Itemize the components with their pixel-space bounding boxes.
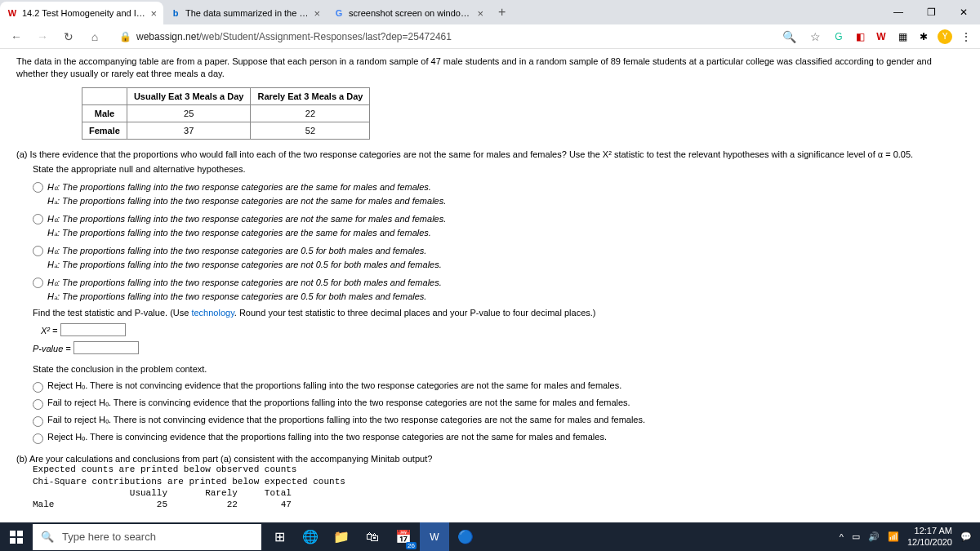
radio-input[interactable]	[33, 214, 43, 224]
technology-link[interactable]: technology	[191, 308, 234, 318]
tab-1[interactable]: W 14.2 Test Homogeneity and Indp ×	[0, 2, 163, 24]
x2-input[interactable]	[60, 323, 126, 336]
conclusion-prompt: State the conclusion in the problem cont…	[33, 362, 964, 376]
concl-option-3[interactable]: Fail to reject H₀. There is not convinci…	[33, 415, 964, 427]
question-text: Is there evidence that the proportions w…	[30, 149, 914, 159]
url-path: /web/Student/Assignment-Responses/last?d…	[199, 31, 452, 42]
ext-icon[interactable]: ◧	[853, 29, 867, 44]
lock-icon: 🔒	[119, 31, 131, 42]
problem-intro: The data in the accompanying table are f…	[16, 56, 964, 81]
maximize-icon[interactable]: ❐	[915, 0, 947, 24]
extensions: G ◧ W ▦ ✱ Y ⋮	[831, 29, 973, 44]
tab-favicon: W	[7, 7, 18, 19]
wifi-icon[interactable]: 📶	[888, 531, 899, 542]
calendar-icon[interactable]: 📅26	[389, 522, 418, 551]
tab-3[interactable]: G screenshot screen on windows - ×	[327, 2, 490, 24]
browser-titlebar: W 14.2 Test Homogeneity and Indp × b The…	[0, 0, 980, 24]
tray-chevron-icon[interactable]: ^	[840, 532, 844, 542]
tab-favicon: b	[170, 7, 181, 19]
reload-button[interactable]: ↻	[59, 27, 78, 47]
cell: 22	[251, 104, 370, 122]
part-b: (b) Are your calculations and conclusion…	[16, 454, 964, 508]
radio-input[interactable]	[33, 382, 43, 393]
radio-input[interactable]	[33, 182, 43, 193]
part-a: (a) Is there evidence that the proportio…	[16, 149, 964, 445]
new-tab-button[interactable]: +	[490, 5, 514, 20]
word-icon[interactable]: W	[420, 522, 449, 551]
hyp-option-1[interactable]: H₀: The proportions falling into the two…	[33, 180, 964, 207]
taskbar-search[interactable]: 🔍Type here to search	[33, 524, 261, 550]
pvalue-input-row: P-value =	[33, 341, 964, 354]
x2-input-row: X² =	[41, 323, 964, 336]
hyp-option-3[interactable]: H₀: The proportions falling into the two…	[33, 244, 964, 271]
state-hyp: State the appropriate null and alternati…	[33, 162, 964, 176]
chrome-icon[interactable]: 🔵	[451, 522, 480, 551]
row-header: Male	[82, 104, 127, 122]
puzzle-icon[interactable]: ✱	[916, 29, 931, 44]
radio-input[interactable]	[33, 246, 43, 256]
row-header: Female	[82, 122, 127, 139]
close-icon[interactable]: ×	[314, 7, 320, 20]
close-icon[interactable]: ×	[477, 7, 483, 20]
grammarly-icon[interactable]: G	[831, 29, 846, 44]
tab-title: screenshot screen on windows -	[349, 8, 473, 18]
edge-icon[interactable]: 🌐	[296, 522, 325, 551]
tab-2[interactable]: b The data summarized in the acco ×	[163, 2, 327, 24]
radio-input[interactable]	[33, 399, 43, 410]
window-controls: — ❐ ✕	[882, 0, 980, 24]
store-icon[interactable]: 🛍	[358, 522, 387, 551]
concl-option-2[interactable]: Fail to reject H₀. There is convincing e…	[33, 398, 964, 410]
hyp-option-2[interactable]: H₀: The proportions falling into the two…	[33, 212, 964, 239]
home-button[interactable]: ⌂	[85, 27, 105, 47]
task-icons: ⊞ 🌐 📁 🛍 📅26 W 🔵	[265, 522, 480, 551]
radio-input[interactable]	[33, 278, 43, 288]
cell: 25	[127, 104, 251, 122]
svg-rect-1	[17, 531, 23, 536]
back-button[interactable]: ←	[7, 27, 26, 47]
col-header: Rarely Eat 3 Meals a Day	[251, 87, 370, 104]
system-tray: ^ ▭ 🔊 📶 12:17 AM 12/10/2020 💬	[840, 526, 980, 547]
zoom-icon[interactable]: 🔍	[779, 27, 799, 47]
ext-icon[interactable]: W	[874, 29, 889, 44]
start-button[interactable]	[0, 531, 33, 544]
clock[interactable]: 12:17 AM 12/10/2020	[907, 526, 952, 547]
hyp-option-4[interactable]: H₀: The proportions falling into the two…	[33, 276, 964, 303]
battery-icon[interactable]: ▭	[852, 531, 860, 542]
star-icon[interactable]: ☆	[805, 27, 825, 47]
concl-option-4[interactable]: Reject H₀. There is convincing evidence …	[33, 432, 964, 444]
radio-input[interactable]	[33, 433, 43, 444]
minimize-icon[interactable]: —	[882, 0, 915, 24]
data-table: Usually Eat 3 Meals a DayRarely Eat 3 Me…	[82, 87, 370, 140]
svg-rect-0	[10, 531, 16, 536]
address-bar[interactable]: 🔒 webassign.net/web/Student/Assignment-R…	[111, 29, 773, 44]
close-icon[interactable]: ×	[150, 7, 157, 20]
tab-title: 14.2 Test Homogeneity and Indp	[22, 8, 146, 18]
windows-taskbar: 🔍Type here to search ⊞ 🌐 📁 🛍 📅26 W 🔵 ^ ▭…	[0, 522, 980, 551]
part-label: (a)	[16, 149, 30, 159]
minitab-output: Expected counts are printed below observ…	[33, 464, 964, 508]
profile-icon[interactable]: Y	[938, 29, 952, 44]
notification-icon[interactable]: 💬	[960, 531, 972, 542]
task-view-icon[interactable]: ⊞	[265, 522, 294, 551]
menu-icon[interactable]: ⋮	[959, 29, 973, 44]
url-host: webassign.net	[136, 31, 199, 42]
part-label: (b)	[16, 454, 29, 464]
cell: 37	[127, 122, 251, 139]
browser-toolbar: ← → ↻ ⌂ 🔒 webassign.net/web/Student/Assi…	[0, 24, 980, 49]
col-header: Usually Eat 3 Meals a Day	[127, 87, 251, 104]
question-text: Are your calculations and conclusions fr…	[29, 454, 432, 464]
svg-rect-3	[17, 538, 23, 544]
svg-rect-2	[10, 538, 16, 544]
page-content: The data in the accompanying table are f…	[0, 49, 980, 508]
find-stat: Find the test statistic and P-value. (Us…	[33, 306, 964, 320]
tab-title: The data summarized in the acco	[185, 8, 310, 18]
volume-icon[interactable]: 🔊	[868, 531, 880, 542]
radio-input[interactable]	[33, 416, 43, 427]
ext-icon[interactable]: ▦	[895, 29, 910, 44]
cell: 52	[251, 122, 370, 139]
concl-option-1[interactable]: Reject H₀. There is not convincing evide…	[33, 380, 964, 393]
forward-button[interactable]: →	[33, 27, 52, 47]
explorer-icon[interactable]: 📁	[327, 522, 356, 551]
pvalue-input[interactable]	[74, 341, 139, 354]
close-window-icon[interactable]: ✕	[947, 0, 980, 24]
